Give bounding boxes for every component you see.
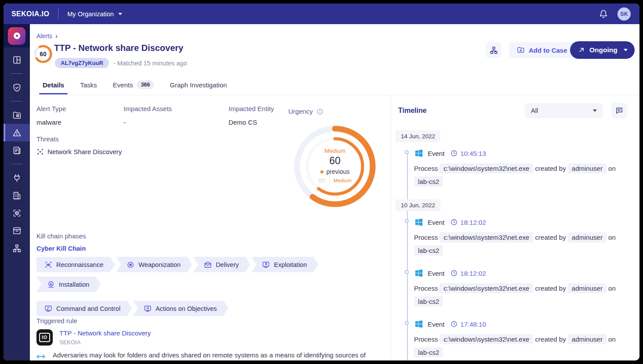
status-label: Ongoing — [589, 46, 618, 54]
phase-label: Exploitation — [274, 261, 307, 268]
breadcrumb-alerts[interactable]: Alerts — [36, 32, 52, 40]
timeline-filter-select[interactable]: All — [525, 103, 603, 118]
sidebar-item-archive-box[interactable] — [4, 222, 30, 239]
host-chip[interactable]: lab-cs2 — [414, 347, 443, 357]
kill-chain-phases: ReconnaissanceWeaponizationDeliveryExplo… — [36, 257, 353, 316]
status-button[interactable]: Ongoing — [570, 41, 635, 59]
urgency-previous-score: 60 — [318, 177, 325, 184]
urgency-label-text: Urgency — [288, 108, 313, 115]
timeline-node — [405, 150, 409, 154]
clock-icon — [450, 150, 458, 157]
event-time-value: 18:12:02 — [460, 270, 486, 277]
clock-icon — [450, 219, 458, 226]
user-chip[interactable]: adminuser — [568, 163, 607, 173]
notifications-bell-icon[interactable] — [599, 10, 608, 18]
event-time: 18:12:02 — [450, 219, 486, 226]
main-content: Alerts › 60 TTP - Network share Discover… — [30, 24, 639, 360]
exploit-screen-icon — [262, 261, 270, 269]
tab-label: Tasks — [80, 81, 97, 89]
clock-icon — [450, 321, 458, 328]
host-chip[interactable]: lab-cs2 — [414, 177, 443, 187]
process-path-chip[interactable]: c:\windows\system32\net.exe — [440, 232, 533, 242]
host-chip[interactable]: lab-cs2 — [414, 245, 443, 256]
tab-details[interactable]: Details — [43, 80, 64, 94]
details-pane: Alert Type malware Impacted Assets - Imp… — [30, 95, 391, 360]
process-path-chip[interactable]: c:\windows\system32\net.exe — [440, 283, 533, 293]
top-navbar: SEKOIA.IO My Organization SK — [4, 4, 639, 24]
info-icon[interactable] — [316, 108, 323, 115]
sidebar-divider — [11, 73, 22, 74]
comments-button[interactable] — [611, 103, 627, 119]
event-time-value: 18:12:02 — [460, 219, 486, 226]
field-value: - — [124, 119, 229, 126]
event-time: 17:48:10 — [450, 321, 486, 328]
graph-view-button[interactable] — [486, 42, 501, 58]
threat-name: Network Share Discovery — [47, 148, 122, 155]
tab-events[interactable]: Events366 — [113, 80, 154, 94]
tab-graph-investigation[interactable]: Graph Investigation — [170, 80, 227, 94]
sidebar-item-plug[interactable] — [4, 169, 30, 187]
tab-tasks[interactable]: Tasks — [80, 80, 97, 94]
timeline-event: Event10:45:13 Process c:\windows\system3… — [414, 148, 639, 188]
product-logo[interactable] — [8, 27, 25, 45]
event-time-value: 10:45:13 — [460, 150, 486, 157]
kill-chain-name-link[interactable]: Cyber Kill Chain — [36, 245, 86, 252]
sidebar-item-shield-check[interactable] — [4, 79, 30, 96]
field-label: Impacted Assets — [124, 105, 229, 112]
sidebar-item-org-chart[interactable] — [4, 239, 30, 257]
c2-monitor-icon — [44, 305, 52, 313]
event-label: Event — [428, 150, 444, 157]
timeline-event: Event17:48:10 Process c:\windows\system3… — [414, 319, 639, 359]
actions-screen-icon — [144, 305, 152, 313]
user-chip[interactable]: adminuser — [568, 334, 607, 344]
page-title: TTP - Network share Discovery — [54, 43, 183, 53]
user-chip[interactable]: adminuser — [568, 283, 607, 293]
urgency-level: Medium — [324, 148, 345, 154]
events-count-badge: 366 — [137, 80, 154, 89]
timeline-node — [405, 219, 409, 223]
kill-chain-phase-installation: Installation — [36, 277, 101, 292]
field-value: malware — [36, 119, 124, 126]
process-path-chip[interactable]: c:\windows\system32\net.exe — [440, 163, 533, 173]
navbar-divider — [58, 9, 58, 19]
download-icon — [47, 281, 55, 288]
threat-item[interactable]: Network Share Discovery — [37, 148, 122, 155]
windows-icon — [414, 319, 424, 329]
sidebar-item-report-document[interactable] — [4, 141, 30, 159]
process-path-chip[interactable]: c:\windows\system32\net.exe — [440, 334, 533, 344]
cube-scan-icon — [12, 209, 22, 218]
timeline-node — [405, 321, 409, 325]
sidebar-item-folder-monitor[interactable] — [4, 106, 30, 124]
host-chip[interactable]: lab-cs2 — [414, 296, 443, 306]
field-value: Demo CS — [229, 119, 299, 126]
sidebar-item-building[interactable] — [4, 187, 30, 204]
organization-switcher[interactable]: My Organization — [67, 11, 122, 18]
rule-name-link[interactable]: TTP - Network share Discovery — [59, 329, 151, 337]
add-to-case-button[interactable]: Add to Case — [509, 42, 575, 58]
sidebar-item-cube-scan[interactable] — [4, 204, 30, 222]
alert-id-badge[interactable]: AL7vgZ7yKuuR — [55, 58, 109, 68]
event-label: Event — [428, 219, 444, 226]
folder-monitor-icon — [12, 111, 22, 120]
user-chip[interactable]: adminuser — [568, 232, 607, 242]
kill-chain-phase-weaponization: Weaponization — [116, 257, 192, 272]
timeline-event: Event18:12:02 Process c:\windows\system3… — [414, 217, 639, 257]
report-document-icon — [12, 146, 22, 155]
brand-logo-text: SEKOIA.IO — [11, 10, 49, 18]
timeline-group: 10 Jun, 2022Event18:12:02 Process c:\win… — [391, 199, 639, 359]
urgency-score: 60 — [329, 155, 341, 167]
comment-icon — [615, 107, 623, 115]
sidebar-item-dashboard[interactable] — [4, 51, 30, 68]
avatar[interactable]: SK — [618, 7, 631, 21]
alert-triangle-icon — [12, 128, 22, 137]
archive-box-icon — [12, 226, 22, 235]
event-description: Process c:\windows\system32\net.exe crea… — [414, 333, 634, 359]
sidebar-item-alert-triangle[interactable] — [4, 124, 30, 141]
tab-label: Details — [43, 81, 64, 89]
organization-name: My Organization — [67, 11, 114, 18]
clock-icon — [450, 270, 458, 277]
rule-vendor: SEKOIA — [59, 339, 151, 346]
breadcrumb[interactable]: Alerts › — [36, 32, 58, 40]
technique-icon — [36, 351, 46, 360]
phase-label: Actions on Objectives — [156, 305, 217, 312]
